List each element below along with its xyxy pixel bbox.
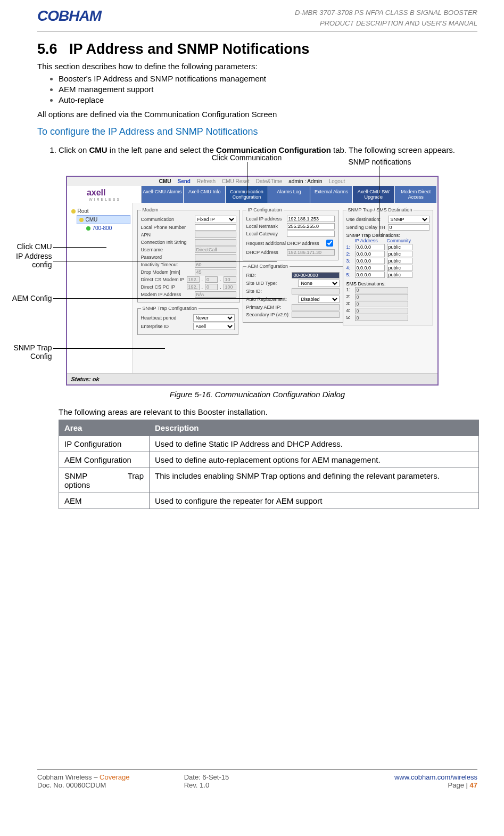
tab-alarms[interactable]: Axell-CMU Alarms — [142, 186, 184, 203]
section-number: 5.6 — [37, 41, 57, 57]
callout-aem-config: AEM Config — [9, 294, 52, 302]
figure-caption: Figure 5-16. Communication Configuration… — [37, 390, 477, 399]
footer-url[interactable]: www.cobham.com/wireless — [394, 773, 477, 781]
snmp-com-5[interactable] — [387, 272, 412, 278]
cell-desc-1: Used to define Static IP Address and DHC… — [150, 436, 479, 452]
tab-modem-direct[interactable]: Modem Direct Access — [395, 186, 437, 203]
dcsp-c[interactable] — [224, 284, 236, 290]
snmp-dest-row: 1: — [346, 244, 429, 250]
status-icon — [86, 226, 90, 231]
snmp-com-3[interactable] — [387, 258, 412, 264]
primary-aem-input[interactable] — [292, 304, 340, 310]
heartbeat-select[interactable]: Never — [193, 314, 235, 322]
usedest-select[interactable]: SNMP — [388, 216, 429, 223]
communication-select[interactable]: Fixed IP — [195, 216, 236, 223]
local-ip-input[interactable] — [287, 216, 335, 222]
snmp-dest-title: SNMP Trap Destinations: — [346, 233, 429, 238]
snmp-ip-3[interactable] — [355, 258, 385, 264]
footer-page-label: Page | — [448, 781, 470, 789]
callout-snmp-notifications: SNMP notifications — [332, 158, 428, 166]
rid-input[interactable] — [292, 272, 340, 278]
netmask-input[interactable] — [287, 223, 335, 230]
tree-root[interactable]: Root — [69, 207, 130, 215]
status-bar: Status: ok — [67, 373, 437, 384]
dcsm-c[interactable] — [224, 276, 236, 283]
topbar-cmu-reset[interactable]: CMU Reset — [222, 178, 250, 184]
tree-band[interactable]: 700-800 — [84, 224, 130, 232]
subheading: To configure the IP Address and SNMP Not… — [37, 126, 477, 137]
content-area: Modem Communication Fixed IP Local Phone… — [133, 203, 437, 373]
dhcp-addr-input[interactable] — [287, 249, 335, 256]
tab-ext-alarms[interactable]: External Alarms — [310, 186, 352, 203]
snmp-com-2[interactable] — [387, 251, 412, 257]
connstr-input[interactable] — [195, 239, 236, 245]
tab-info[interactable]: Axell-CMU Info — [184, 186, 226, 203]
cell-desc-4: Used to configure the repeater for AEM s… — [150, 493, 479, 509]
password-input[interactable] — [195, 254, 236, 260]
footer-docno: Doc. No. 00060CDUM — [37, 781, 184, 789]
sidebar-tree: Root CMU 700-800 — [67, 203, 133, 373]
sms-2[interactable] — [355, 294, 408, 300]
cell-desc-2: Used to define auto-replacement options … — [150, 452, 479, 468]
cell-desc-3: This includes enabling SNMP Trap options… — [150, 468, 479, 493]
delay-input[interactable] — [388, 224, 429, 231]
cobham-logo: COBHAM — [37, 7, 101, 24]
dcsm-a[interactable] — [187, 276, 200, 283]
callout-line — [53, 298, 282, 299]
cell-area-1: IP Configuration — [59, 436, 150, 452]
callout-line — [53, 247, 106, 248]
axell-sub: WIRELESS — [89, 198, 121, 201]
snmp-com-4[interactable] — [387, 265, 412, 271]
callout-line — [53, 348, 165, 349]
tree-cmu[interactable]: CMU — [77, 215, 130, 224]
secondary-ip-input[interactable] — [292, 312, 340, 318]
sms-4[interactable] — [355, 308, 408, 314]
modemip-input[interactable] — [195, 291, 236, 298]
dcsp-b[interactable] — [205, 284, 218, 290]
header-title-line2: PRODUCT DESCRIPTION AND USER'S MANUAL — [295, 18, 477, 29]
enterprise-select[interactable]: Axell — [193, 323, 235, 330]
aem-config-fieldset: AEM Configuration RID: Site UID Type: No… — [243, 264, 344, 323]
topbar-refresh[interactable]: Refresh — [197, 178, 216, 184]
siteid-input[interactable] — [292, 288, 340, 294]
table-intro: The following areas are relevant to this… — [59, 407, 477, 416]
topbar-admin: admin : Admin — [288, 178, 322, 184]
gateway-input[interactable] — [287, 231, 335, 237]
username-input[interactable] — [195, 247, 236, 253]
dhcp-checkbox[interactable] — [326, 240, 333, 247]
siteuid-select[interactable]: None — [298, 280, 340, 287]
snmptrap-config-fieldset: SNMP Trap Configuration Heartbeat period… — [137, 306, 238, 335]
sms-3[interactable] — [355, 301, 408, 307]
dcsp-a[interactable] — [187, 284, 200, 290]
modem-legend: Modem — [141, 207, 160, 212]
page-footer: Cobham Wireless – Coverage Date: 6-Set-1… — [37, 769, 477, 789]
topbar-cmu: CMU — [159, 178, 171, 184]
bullet-1: Booster's IP Address and SNMP notificati… — [59, 74, 477, 83]
topbar-datetime[interactable]: Date&Time — [256, 178, 283, 184]
cell-area-4: AEM — [59, 493, 150, 509]
inactivity-input[interactable] — [195, 261, 236, 268]
snmp-com-1[interactable] — [387, 244, 412, 250]
axell-logo: axell — [87, 188, 121, 198]
app-topbar: CMU Send Refresh CMU Reset Date&Time adm… — [67, 177, 437, 186]
th-area: Area — [59, 420, 150, 436]
topbar-send[interactable]: Send — [178, 178, 191, 184]
sms-5[interactable] — [355, 315, 408, 321]
dcsm-b[interactable] — [205, 276, 218, 283]
phone-input[interactable] — [195, 224, 236, 231]
cell-area-2: AEM Configuration — [59, 452, 150, 468]
snmp-ip-4[interactable] — [355, 265, 385, 271]
sms-1[interactable] — [355, 287, 408, 293]
apn-input[interactable] — [195, 232, 236, 238]
footer-company: Cobham Wireless — [37, 773, 92, 781]
tab-alarms-log[interactable]: Alarms Log — [268, 186, 310, 203]
snmp-ip-5[interactable] — [355, 272, 385, 278]
tab-sw-upgrade[interactable]: Axell-CMU SW Upgrade — [353, 186, 395, 203]
dropmodem-input[interactable] — [195, 269, 236, 275]
autorep-select[interactable]: Disabled — [298, 296, 340, 303]
snmp-dest-fieldset: SNMP Trap / SMS Destination Use destinat… — [343, 207, 433, 325]
snmp-ip-2[interactable] — [355, 251, 385, 257]
bullet-3: Auto-replace — [59, 95, 477, 104]
topbar-logout[interactable]: Logout — [329, 178, 345, 184]
snmp-ip-1[interactable] — [355, 244, 385, 250]
